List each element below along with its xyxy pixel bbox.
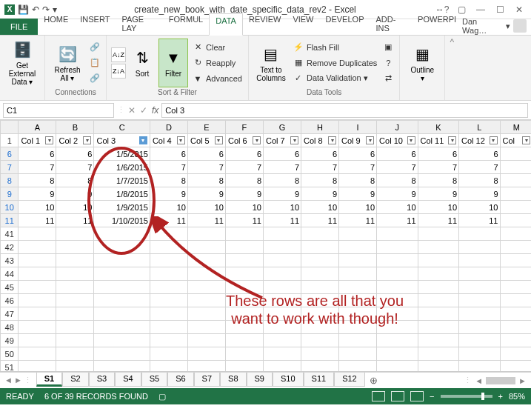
sheet-tab-S12[interactable]: S12	[334, 373, 365, 387]
row-header-42[interactable]: 42	[1, 241, 19, 254]
cell[interactable]	[339, 267, 377, 281]
hscroll-left-icon[interactable]: ◄	[475, 376, 483, 385]
cell[interactable]: 11	[56, 214, 94, 227]
filter-dropdown-icon[interactable]: ▾	[407, 136, 415, 144]
cell[interactable]	[94, 267, 150, 281]
minimize-button[interactable]: —	[472, 2, 490, 17]
advanced-filter-button[interactable]: ▼Advanced	[191, 71, 244, 86]
cell[interactable]	[150, 267, 187, 281]
col-header-A[interactable]: A	[19, 121, 56, 134]
whatif-button[interactable]: ?	[381, 56, 395, 70]
cell[interactable]	[500, 281, 531, 294]
cell[interactable]	[264, 361, 301, 373]
cell[interactable]: 7	[150, 161, 187, 174]
header-cell[interactable]: Col 5▾	[187, 134, 225, 147]
cell[interactable]: 7	[301, 161, 339, 174]
remove-duplicates-button[interactable]: ▦Remove Duplicates	[292, 56, 378, 70]
collapse-ribbon-icon[interactable]: ^	[445, 36, 458, 100]
cell[interactable]	[56, 267, 94, 281]
cell[interactable]	[225, 227, 263, 241]
maximize-button[interactable]: ☐	[491, 2, 509, 17]
cell[interactable]: 8	[19, 174, 56, 187]
col-header-L[interactable]: L	[459, 121, 500, 134]
cell[interactable]	[301, 281, 339, 294]
cell[interactable]	[19, 321, 56, 334]
col-header-H[interactable]: H	[301, 121, 339, 134]
cell[interactable]: 6	[301, 147, 339, 161]
cell[interactable]	[377, 281, 418, 294]
cell[interactable]: 10	[301, 201, 339, 214]
sheet-tab-S3[interactable]: S3	[89, 373, 115, 387]
cell[interactable]	[19, 254, 56, 267]
cell[interactable]: 8	[187, 174, 225, 187]
cell[interactable]: 7	[418, 161, 458, 174]
cell[interactable]: 7	[19, 161, 56, 174]
cell[interactable]: 11	[225, 214, 263, 227]
filter-dropdown-icon[interactable]: ▾	[366, 136, 374, 144]
cell[interactable]: 10	[264, 201, 301, 214]
cell[interactable]	[187, 227, 225, 241]
cell[interactable]: 8	[56, 174, 94, 187]
cell[interactable]	[94, 307, 150, 321]
filter-dropdown-icon[interactable]: ▾	[253, 136, 261, 144]
cell[interactable]	[19, 307, 56, 321]
cell[interactable]	[187, 254, 225, 267]
cell[interactable]	[339, 294, 377, 307]
cell[interactable]	[150, 361, 187, 373]
zoom-out-button[interactable]: −	[430, 392, 434, 401]
cell[interactable]: 8	[150, 174, 187, 187]
cell[interactable]	[500, 161, 531, 174]
user-name[interactable]: Dan Wag…	[462, 17, 503, 35]
filter-dropdown-icon[interactable]: ▾	[522, 136, 530, 144]
cell[interactable]	[19, 294, 56, 307]
cell[interactable]: 10	[459, 201, 500, 214]
header-cell[interactable]: Col 6▾	[225, 134, 263, 147]
sheet-tab-S4[interactable]: S4	[115, 373, 141, 387]
row-header-43[interactable]: 43	[1, 254, 19, 267]
header-cell[interactable]: Col 1▾	[19, 134, 56, 147]
close-button[interactable]: ✕	[510, 2, 528, 17]
cell[interactable]	[500, 147, 531, 161]
cell[interactable]: 1/8/2015	[94, 187, 150, 201]
cell[interactable]	[301, 321, 339, 334]
cell[interactable]	[339, 241, 377, 254]
cell[interactable]	[56, 241, 94, 254]
cell[interactable]	[264, 281, 301, 294]
sheet-tab-S10[interactable]: S10	[273, 373, 304, 387]
cell[interactable]	[301, 294, 339, 307]
cell[interactable]	[339, 254, 377, 267]
avatar-icon[interactable]	[513, 19, 527, 33]
cell[interactable]	[301, 254, 339, 267]
cell[interactable]	[225, 281, 263, 294]
cell[interactable]: 9	[459, 187, 500, 201]
zoom-in-button[interactable]: +	[498, 392, 503, 401]
cell[interactable]	[264, 294, 301, 307]
row-header-47[interactable]: 47	[1, 307, 19, 321]
cell[interactable]	[500, 214, 531, 227]
cell[interactable]	[459, 267, 500, 281]
filter-dropdown-icon[interactable]: ▾	[215, 136, 223, 144]
cell[interactable]: 11	[19, 214, 56, 227]
cell[interactable]: 6	[339, 147, 377, 161]
outline-button[interactable]: ▦ Outline ▾	[404, 39, 440, 87]
cell[interactable]	[418, 347, 458, 361]
cell[interactable]	[418, 321, 458, 334]
cell[interactable]	[264, 321, 301, 334]
cell[interactable]	[187, 334, 225, 347]
reapply-button[interactable]: ↻Reapply	[191, 56, 244, 70]
cell[interactable]	[339, 361, 377, 373]
zoom-slider[interactable]	[441, 395, 492, 398]
cell[interactable]	[56, 254, 94, 267]
header-cell[interactable]: Col 9▾	[339, 134, 377, 147]
cell[interactable]	[19, 241, 56, 254]
header-cell[interactable]: Col 10▾	[377, 134, 418, 147]
cell[interactable]	[418, 254, 458, 267]
cell[interactable]: 9	[19, 187, 56, 201]
row-header-9[interactable]: 9	[1, 187, 19, 201]
row-header-6[interactable]: 6	[1, 147, 19, 161]
cell[interactable]	[301, 267, 339, 281]
cell[interactable]: 6	[56, 147, 94, 161]
filter-dropdown-icon[interactable]: ▾	[83, 136, 91, 144]
cell[interactable]	[150, 227, 187, 241]
cell[interactable]	[500, 227, 531, 241]
